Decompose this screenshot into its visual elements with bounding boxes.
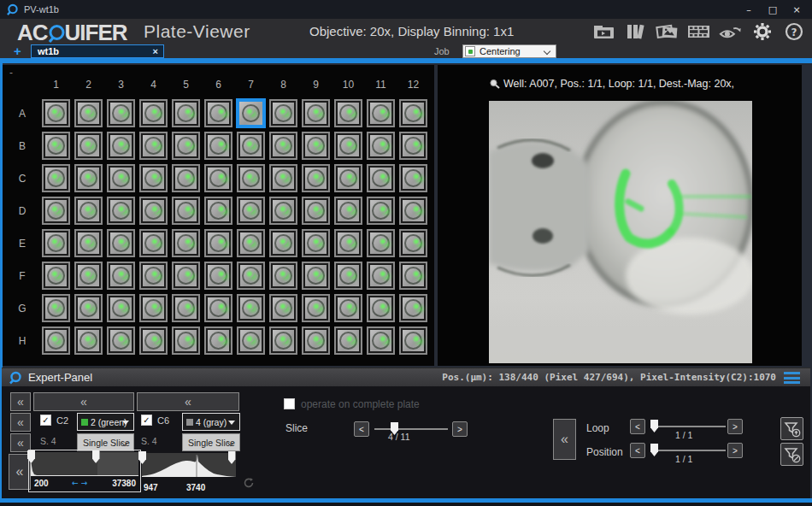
well-thumb[interactable] xyxy=(237,132,265,160)
well-thumb[interactable] xyxy=(204,327,232,355)
well-thumb[interactable] xyxy=(74,99,103,127)
well-thumb[interactable] xyxy=(74,164,103,192)
well-thumb[interactable] xyxy=(74,229,103,257)
well-thumb[interactable] xyxy=(367,164,395,192)
well-thumb[interactable] xyxy=(204,229,232,257)
well-thumb[interactable] xyxy=(237,262,265,290)
well-thumb[interactable] xyxy=(74,132,103,160)
well-thumb[interactable] xyxy=(367,197,395,225)
well-thumb[interactable] xyxy=(399,229,427,257)
well-thumb[interactable] xyxy=(399,294,427,322)
well-thumb[interactable] xyxy=(399,327,427,355)
well-thumb[interactable] xyxy=(172,99,200,127)
well-thumb[interactable] xyxy=(42,132,70,160)
well-thumb[interactable] xyxy=(42,164,70,192)
well-thumb[interactable] xyxy=(42,262,70,290)
well-thumb[interactable] xyxy=(204,262,232,290)
well-thumb[interactable] xyxy=(334,294,362,322)
well-thumb[interactable] xyxy=(172,197,200,225)
well-thumb[interactable] xyxy=(334,99,362,127)
well-thumb[interactable] xyxy=(172,327,200,355)
loop-prev-button[interactable]: < xyxy=(630,419,645,434)
well-thumb[interactable] xyxy=(367,99,395,127)
well-thumb[interactable] xyxy=(269,294,297,322)
well-thumb[interactable] xyxy=(399,262,427,290)
well-thumb[interactable] xyxy=(204,197,232,225)
well-thumb[interactable] xyxy=(139,262,168,290)
well-thumb[interactable] xyxy=(237,294,265,322)
loop-slider-handle[interactable] xyxy=(650,420,658,432)
well-thumb[interactable] xyxy=(237,99,265,127)
help-icon[interactable]: ? xyxy=(782,23,805,41)
preview-image[interactable] xyxy=(489,101,752,363)
well-thumb[interactable] xyxy=(42,99,70,127)
well-thumb[interactable] xyxy=(139,229,168,257)
well-thumb[interactable] xyxy=(302,229,330,257)
collapse-channel2-button[interactable]: « xyxy=(137,392,239,411)
slice-slider-track[interactable] xyxy=(374,428,448,430)
well-thumb[interactable] xyxy=(334,229,362,257)
channel2-color-select[interactable]: 4 (gray) xyxy=(182,413,240,431)
filter-clear-button[interactable] xyxy=(780,443,803,466)
loop-next-button[interactable]: > xyxy=(727,419,743,434)
well-thumb[interactable] xyxy=(334,327,362,355)
menu-icon[interactable] xyxy=(784,372,800,384)
well-thumb[interactable] xyxy=(107,262,135,290)
well-thumb[interactable] xyxy=(42,197,70,225)
well-thumb[interactable] xyxy=(334,164,362,192)
well-thumb[interactable] xyxy=(74,262,103,290)
tab-close-icon[interactable]: × xyxy=(153,46,158,56)
settings-gear-icon[interactable] xyxy=(750,23,774,41)
well-thumb[interactable] xyxy=(139,327,168,355)
channel1-histogram[interactable] xyxy=(31,452,138,476)
well-thumb[interactable] xyxy=(42,327,70,355)
well-thumb[interactable] xyxy=(367,294,395,322)
well-thumb[interactable] xyxy=(42,294,70,322)
collapse-row2-button[interactable]: « xyxy=(10,413,31,432)
slice-prev-button[interactable]: < xyxy=(354,421,369,437)
well-thumb[interactable] xyxy=(334,197,362,225)
well-thumb[interactable] xyxy=(107,99,135,127)
well-thumb[interactable] xyxy=(237,327,265,355)
position-next-button[interactable]: > xyxy=(727,443,743,458)
well-thumb[interactable] xyxy=(399,99,427,127)
well-thumb[interactable] xyxy=(139,132,168,160)
well-thumb[interactable] xyxy=(334,262,362,290)
well-thumb[interactable] xyxy=(74,197,103,225)
well-thumb[interactable] xyxy=(367,262,395,290)
well-thumb[interactable] xyxy=(269,229,297,257)
gallery-icon[interactable] xyxy=(656,23,679,41)
position-slider-handle[interactable] xyxy=(650,444,658,456)
well-thumb[interactable] xyxy=(237,164,265,192)
well-thumb[interactable] xyxy=(74,327,103,355)
well-thumb[interactable] xyxy=(237,229,265,257)
well-thumb[interactable] xyxy=(139,164,168,192)
well-thumb[interactable] xyxy=(172,164,200,192)
well-thumb[interactable] xyxy=(204,132,232,160)
minimize-button[interactable]: – xyxy=(737,0,761,19)
well-thumb[interactable] xyxy=(269,262,297,290)
well-thumb[interactable] xyxy=(42,229,70,257)
well-thumb[interactable] xyxy=(399,164,427,192)
channel1-checkbox[interactable]: ✓ xyxy=(40,415,51,426)
well-thumb[interactable] xyxy=(367,327,395,355)
well-thumb[interactable] xyxy=(107,197,135,225)
live-view-refresh-icon[interactable] xyxy=(719,23,742,41)
channel2-stack-select[interactable]: Single Slice xyxy=(182,433,240,451)
close-button[interactable]: × xyxy=(785,0,809,19)
well-thumb[interactable] xyxy=(302,197,330,225)
tab-wt1b[interactable]: wt1b × xyxy=(31,44,164,58)
well-thumb[interactable] xyxy=(302,262,330,290)
well-thumb[interactable] xyxy=(107,229,135,257)
well-thumb[interactable] xyxy=(302,164,330,192)
slice-next-button[interactable]: > xyxy=(452,421,468,437)
channel2-histogram[interactable] xyxy=(142,453,236,477)
add-tab-button[interactable]: + xyxy=(14,44,21,58)
well-thumb[interactable] xyxy=(269,197,297,225)
filmstrip-icon[interactable] xyxy=(687,23,710,41)
well-thumb[interactable] xyxy=(399,132,427,160)
well-thumb[interactable] xyxy=(367,229,395,257)
well-thumb[interactable] xyxy=(139,99,168,127)
export-folder-icon[interactable] xyxy=(592,23,615,41)
maximize-button[interactable]: □ xyxy=(761,0,785,19)
